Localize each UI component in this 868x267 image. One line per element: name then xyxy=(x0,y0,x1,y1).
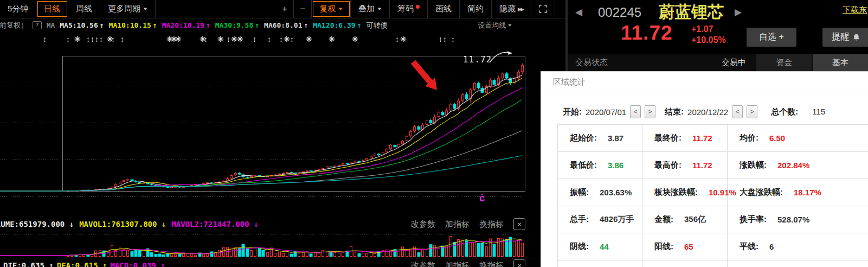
chip-peak-marker: ċ xyxy=(479,192,485,204)
period-tab-label: 5分钟 xyxy=(8,4,28,14)
period-tab-label: 周线 xyxy=(76,4,92,14)
event-marker-icon: ✳ xyxy=(306,35,312,43)
divider xyxy=(541,92,868,92)
up-arrow-icon: ↑ xyxy=(357,21,362,29)
stats-value: 11.72 xyxy=(692,161,712,170)
add-watchlist-button[interactable]: 自选 + xyxy=(747,28,796,47)
ma-legend-item-2: MA20:10.19↑ xyxy=(162,21,210,29)
period-tab-3[interactable]: 更多周期▼ xyxy=(100,0,156,18)
dividend-marker-icon: ↕ xyxy=(290,35,294,43)
status-row: 交易状态 交易中 资金 基本 xyxy=(568,54,868,71)
period-tab-label: 日线 xyxy=(44,4,60,14)
stats-value: 65 xyxy=(684,242,693,251)
stats-cell: 振幅:203.63% xyxy=(558,179,642,206)
tab-basic[interactable]: 基本 xyxy=(813,54,868,71)
next-stock-icon[interactable]: ▶ xyxy=(735,7,742,18)
zoom-out-button[interactable]: − xyxy=(294,0,312,18)
event-marker-icon: ✳ xyxy=(175,35,182,43)
close-pane-button[interactable]: × xyxy=(513,218,525,230)
toolbar-button-label: 复权 xyxy=(319,4,336,14)
dividend-marker-icon: ↕ xyxy=(443,35,447,43)
toolbar-button-0[interactable]: 复权▼ xyxy=(312,0,351,18)
ma-legend-item-5: MA120:6.39↑ xyxy=(313,21,361,29)
zoom-in-button[interactable]: + xyxy=(276,0,294,18)
price-chart-pane[interactable]: ↕↕✳↕↕↕↕✳↕↕✳✳✳✳↕✳↕✳✳↕↕↕✳↕✳✳✳↕✳↕↕↕ 11.72 ċ xyxy=(0,33,541,212)
start-date-prev-button[interactable]: < xyxy=(630,105,641,118)
ma-settings-button[interactable]: 设置均线▼ xyxy=(478,21,511,30)
event-marker-icon: ✳ xyxy=(400,35,407,43)
start-date-next-button[interactable]: > xyxy=(645,105,655,118)
stats-row-5 xyxy=(558,260,868,267)
event-marker-icon: ✳ xyxy=(284,35,290,43)
bar-count-label: 总个数: xyxy=(771,107,798,117)
indicator-value-2: MAVOL2:721447.000 ↓ xyxy=(171,220,258,228)
pane-control-button-0[interactable]: 改参数 xyxy=(411,219,435,230)
stats-row-1: 最低价:3.86最高价:11.72涨跌幅:202.84% xyxy=(558,152,868,179)
pane-controls: 改参数加指标换指标× xyxy=(411,218,541,230)
dividend-marker-icon: ↕ xyxy=(43,35,47,43)
stats-label: 总手: xyxy=(570,214,589,225)
close-pane-button[interactable]: × xyxy=(513,259,525,267)
stats-cell: 阴线:44 xyxy=(558,233,642,260)
pane-control-button-2[interactable]: 换指标 xyxy=(479,219,504,230)
stats-row-3: 总手:4826万手金额:356亿换手率:528.07% xyxy=(558,206,868,233)
stats-value: 202.84% xyxy=(777,161,809,170)
period-tab-0[interactable]: 5分钟 xyxy=(0,0,36,18)
pane-control-button-1[interactable]: 加指标 xyxy=(445,219,470,230)
toolbar-spacer xyxy=(156,0,276,18)
tab-funds-label: 资金 xyxy=(776,58,792,68)
convertible-bond-link[interactable]: 可转债 xyxy=(366,21,387,30)
stats-label: 金额: xyxy=(654,214,673,225)
help-icon[interactable]: ? xyxy=(33,21,42,29)
stats-label: 最高价: xyxy=(654,160,681,170)
trade-status-value: 交易中 xyxy=(722,58,746,68)
stats-cell: 总手:4826万手 xyxy=(558,206,642,233)
period-tab-2[interactable]: 周线 xyxy=(68,0,100,18)
alert-button[interactable]: 提醒 xyxy=(822,28,868,47)
dividend-marker-icon: ↕ xyxy=(111,35,115,43)
start-date-label: 开始: xyxy=(563,107,582,117)
dividend-marker-icon: ↕ xyxy=(279,35,283,43)
stats-cell xyxy=(642,260,728,267)
fullscreen-button[interactable] xyxy=(531,0,555,18)
tab-funds[interactable]: 资金 xyxy=(756,54,812,71)
tab-basic-label: 基本 xyxy=(832,58,848,68)
stats-row-4: 阴线:44阳线:65平线:6 xyxy=(558,233,868,260)
end-date-next-button[interactable]: > xyxy=(747,105,757,118)
ma-word-label: MA xyxy=(47,21,55,29)
stats-cell: 大盘涨跌幅:18.17% xyxy=(728,179,868,206)
toolbar-button-5[interactable]: 隐藏▶▶ xyxy=(492,0,531,18)
toolbar-button-label: 画线 xyxy=(435,4,452,14)
toolbar-button-2[interactable]: 筹码 xyxy=(390,0,428,18)
volume-canvas[interactable] xyxy=(0,233,541,258)
stats-row-2: 振幅:203.63%板块涨跌幅:10.91%大盘涨跌幅:18.17% xyxy=(558,179,868,206)
stats-value: 203.63% xyxy=(600,188,632,197)
pane-control-button-0[interactable]: 改参数 xyxy=(411,260,435,267)
stats-value: 44 xyxy=(600,242,609,251)
pane-control-button-2[interactable]: 换指标 xyxy=(479,260,504,267)
toolbar-button-label: 隐藏 xyxy=(499,4,516,14)
date-range-row: 开始: 2020/07/01 < > 结束: 2020/12/22 < > 总个… xyxy=(563,105,825,118)
toolbar-button-1[interactable]: 叠加▼ xyxy=(351,0,390,18)
period-tab-label: 更多周期 xyxy=(108,4,140,14)
stats-label: 阳线: xyxy=(654,241,673,252)
chevron-down-icon: ▼ xyxy=(338,7,343,11)
chevron-down-icon: ▼ xyxy=(143,7,148,11)
download-link[interactable]: 下载东 xyxy=(843,5,867,15)
stats-label: 涨跌幅: xyxy=(740,160,767,170)
indicator-value-1: DEA:0.615 ↑ xyxy=(57,261,107,267)
panel-title: 区域统计 xyxy=(553,77,586,87)
end-date-prev-button[interactable]: < xyxy=(732,105,743,118)
pane-control-button-1[interactable]: 加指标 xyxy=(445,260,470,267)
change-percent: +10.05% xyxy=(691,35,726,46)
dividend-marker-icon: ↕ xyxy=(227,35,230,43)
candlestick-canvas[interactable] xyxy=(0,33,541,212)
ma-legend-item-3: MA30:9.58↑ xyxy=(215,21,259,29)
dividend-marker-icon: ↕ xyxy=(267,35,271,43)
stats-label: 均价: xyxy=(740,133,758,143)
dividend-marker-icon: ↕ xyxy=(395,35,399,43)
period-tab-1[interactable]: 日线 xyxy=(36,0,68,18)
toolbar-button-3[interactable]: 画线 xyxy=(428,0,460,18)
toolbar-button-4[interactable]: 简约 xyxy=(460,0,492,18)
prev-stock-icon[interactable]: ◀ xyxy=(575,7,582,18)
